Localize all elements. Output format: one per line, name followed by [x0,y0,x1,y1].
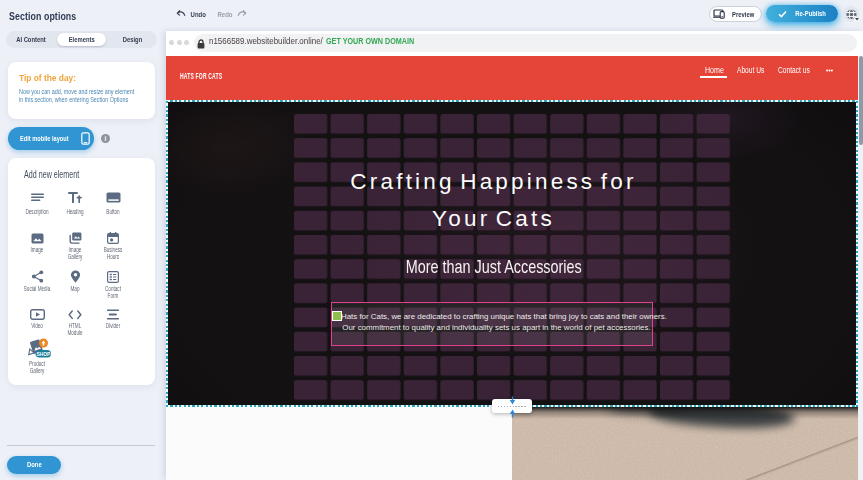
svg-text:SHOP: SHOP [36,351,50,356]
